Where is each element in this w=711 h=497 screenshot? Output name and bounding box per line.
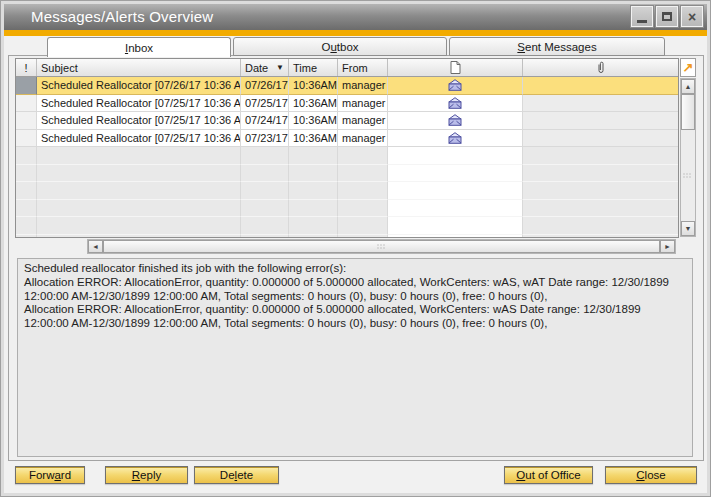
from-cell[interactable]: manager — [338, 95, 388, 113]
tab-sent-messages[interactable]: Sent Messages — [449, 37, 665, 56]
accent-gold-bar — [4, 30, 707, 36]
message-cell[interactable] — [388, 130, 523, 148]
envelope-open-icon — [448, 97, 462, 109]
delete-button[interactable]: Delete — [194, 466, 279, 484]
table-row-empty — [16, 147, 678, 165]
close-window-button[interactable]: × — [681, 6, 703, 27]
envelope-open-icon — [448, 132, 462, 144]
table-row-empty — [16, 217, 678, 235]
vertical-scrollbar-track[interactable] — [681, 130, 695, 221]
table-row[interactable]: Scheduled Reallocator [07/25/17 10:36 AM… — [16, 130, 678, 148]
message-preview-pane[interactable]: Scheduled reallocator finished its job w… — [17, 258, 693, 457]
row-selector-cell[interactable] — [16, 77, 37, 95]
title-bar: Messages/Alerts Overview × — [4, 4, 707, 30]
inbox-message-table: ! Subject Date▼ Time From Scheduled Real… — [15, 58, 679, 238]
column-header-subject[interactable]: Subject — [37, 59, 241, 76]
scrollbar-grip[interactable] — [377, 244, 386, 249]
document-icon — [450, 61, 461, 74]
sort-desc-icon: ▼ — [276, 63, 284, 72]
table-row[interactable]: Scheduled Reallocator [07/25/17 10:36 AM… — [16, 112, 678, 130]
close-icon: × — [688, 10, 696, 24]
window-title: Messages/Alerts Overview — [31, 8, 213, 25]
attachment-cell[interactable] — [523, 77, 678, 95]
tab-outbox[interactable]: Outbox — [233, 37, 447, 56]
vertical-scrollbar[interactable]: ▲ ▼ — [680, 78, 696, 237]
time-cell[interactable]: 10:36AM — [289, 130, 338, 148]
scroll-up-button[interactable]: ▲ — [681, 79, 695, 94]
reply-button[interactable]: Reply — [105, 466, 188, 484]
date-cell[interactable]: 07/23/17 — [241, 130, 289, 148]
column-header-time[interactable]: Time — [289, 59, 338, 76]
minimize-icon — [637, 20, 647, 23]
subject-cell[interactable]: Scheduled Reallocator [07/25/17 10:36 AM… — [37, 130, 241, 148]
scroll-left-icon: ◄ — [92, 243, 99, 250]
subject-cell[interactable]: Scheduled Reallocator [07/26/17 10:36 AM… — [37, 77, 241, 95]
table-row-empty — [16, 200, 678, 218]
table-header-row: ! Subject Date▼ Time From — [16, 59, 678, 77]
close-button[interactable]: Close — [605, 466, 697, 484]
from-cell[interactable]: manager — [338, 77, 388, 95]
scroll-right-icon: ► — [664, 243, 671, 250]
table-row[interactable]: Scheduled Reallocator [07/25/17 10:36 AM… — [16, 95, 678, 113]
scroll-up-icon: ▲ — [685, 83, 692, 90]
envelope-open-icon — [448, 79, 462, 91]
table-row[interactable]: Scheduled Reallocator [07/26/17 10:36 AM… — [16, 77, 678, 95]
out-of-office-button[interactable]: Out of Office — [504, 466, 593, 484]
row-selector-cell[interactable] — [16, 130, 37, 148]
paperclip-icon — [597, 61, 605, 74]
minimize-button[interactable] — [631, 6, 653, 27]
scroll-down-button[interactable]: ▼ — [681, 221, 695, 236]
date-cell[interactable]: 07/24/17 — [241, 112, 289, 130]
attachment-cell[interactable] — [523, 95, 678, 113]
scroll-right-button[interactable]: ► — [660, 240, 675, 253]
forward-button[interactable]: Forward — [15, 466, 85, 484]
vertical-scrollbar-thumb[interactable] — [681, 94, 695, 130]
from-cell[interactable]: manager — [338, 112, 388, 130]
row-selector-cell[interactable] — [16, 95, 37, 113]
subject-cell[interactable]: Scheduled Reallocator [07/25/17 10:36 AM… — [37, 95, 241, 113]
date-cell[interactable]: 07/26/17 — [241, 77, 289, 95]
from-cell[interactable]: manager — [338, 130, 388, 148]
time-cell[interactable]: 10:36AM — [289, 77, 338, 95]
column-header-priority[interactable]: ! — [16, 59, 37, 76]
time-cell[interactable]: 10:36AM — [289, 95, 338, 113]
messages-alerts-window: Messages/Alerts Overview × Inbox Outbox … — [0, 0, 711, 497]
date-cell[interactable]: 07/25/17 — [241, 95, 289, 113]
subject-cell[interactable]: Scheduled Reallocator [07/25/17 10:36 AM… — [37, 112, 241, 130]
tab-inbox[interactable]: Inbox — [47, 37, 231, 57]
row-selector-cell[interactable] — [16, 112, 37, 130]
scroll-left-button[interactable]: ◄ — [88, 240, 103, 253]
column-header-attachment[interactable] — [523, 59, 678, 76]
scrollbar-grip[interactable] — [684, 173, 693, 178]
column-header-from[interactable]: From — [338, 59, 388, 76]
message-cell[interactable] — [388, 95, 523, 113]
maximize-button[interactable] — [656, 6, 678, 27]
message-cell[interactable] — [388, 77, 523, 95]
expand-grid-button[interactable]: ↗ — [680, 58, 696, 77]
attachment-cell[interactable] — [523, 112, 678, 130]
expand-arrow-icon: ↗ — [683, 60, 694, 75]
time-cell[interactable]: 10:36AM — [289, 112, 338, 130]
table-row-empty — [16, 182, 678, 200]
horizontal-scrollbar-thumb[interactable] — [103, 240, 660, 253]
column-header-date[interactable]: Date▼ — [241, 59, 289, 76]
horizontal-scrollbar[interactable]: ◄ ► — [87, 239, 676, 254]
envelope-open-icon — [448, 114, 462, 126]
table-row-empty — [16, 165, 678, 183]
column-header-document[interactable] — [388, 59, 523, 76]
attachment-cell[interactable] — [523, 130, 678, 148]
message-cell[interactable] — [388, 112, 523, 130]
table-row-empty — [16, 235, 678, 239]
scroll-down-icon: ▼ — [685, 225, 692, 232]
maximize-icon — [662, 12, 672, 21]
